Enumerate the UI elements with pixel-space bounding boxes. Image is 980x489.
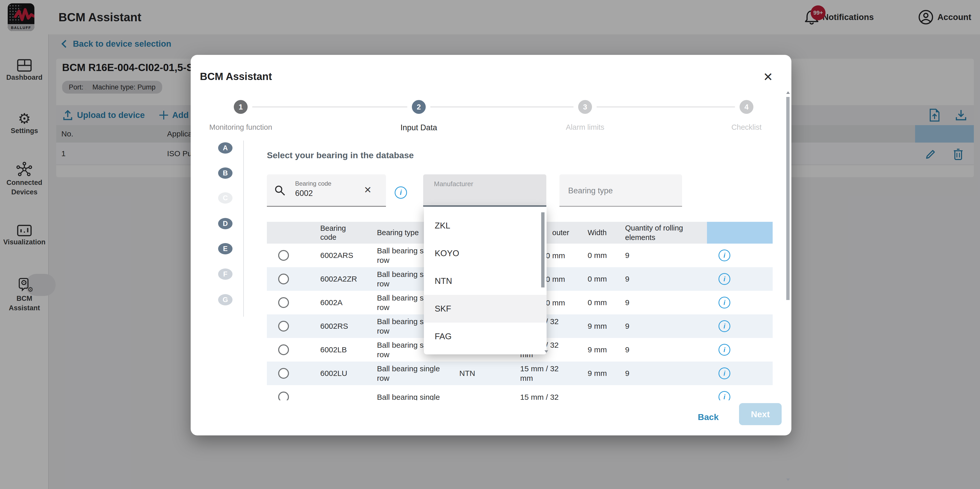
step-connector (597, 106, 735, 108)
letter-b-indicator[interactable]: B (218, 167, 232, 179)
cell-width: 0 mm (582, 291, 621, 314)
row-info-icon[interactable]: i (719, 344, 730, 356)
row-radio[interactable] (278, 368, 289, 379)
step-4-circle: 4 (740, 100, 753, 114)
dropdown-option-zkl[interactable]: ZKL (424, 212, 547, 240)
info-column-header-highlight (707, 222, 773, 244)
dropdown-option-koyo[interactable]: KOYO (424, 240, 547, 267)
cell-manufacturer: NTN (449, 362, 511, 385)
cell-bearing-type: Ball bearing single row (367, 362, 449, 385)
cell-bearing-code: 6002ARS (300, 244, 367, 267)
search-icon (274, 185, 286, 197)
step-2-circle[interactable]: 2 (412, 100, 426, 114)
modal-scrollbar[interactable] (786, 91, 791, 414)
table-row[interactable]: Ball bearing single 15 mm / 32 i (267, 385, 773, 400)
next-button[interactable]: Next (739, 403, 782, 425)
rail-divider (243, 141, 244, 317)
cell-bearing-code: 6002LB (300, 338, 367, 362)
row-info-icon[interactable]: i (719, 391, 730, 400)
cell-width: 0 mm (582, 267, 621, 291)
cell-quantity: 9 (621, 267, 707, 291)
row-radio[interactable] (278, 321, 289, 332)
cell-width: 9 mm (582, 314, 621, 338)
dropdown-scrollbar[interactable] (541, 208, 545, 353)
cell-quantity (621, 385, 707, 400)
cell-quantity: 9 (621, 244, 707, 267)
row-radio[interactable] (278, 250, 289, 261)
bearing-search-heading: Select your bearing in the database (267, 150, 414, 160)
close-icon[interactable]: ✕ (761, 70, 775, 84)
cell-width (582, 385, 621, 400)
letter-e-indicator[interactable]: E (218, 243, 232, 254)
bearing-code-value: 6002 (295, 189, 313, 198)
step-4-label: Checklist (693, 123, 800, 132)
step-2-label: Input Data (365, 123, 473, 132)
cell-bearing-type: Ball bearing single (367, 385, 449, 400)
row-radio[interactable] (278, 345, 289, 355)
cell-manufacturer (449, 385, 511, 400)
dialog-title: BCM Assistant (200, 71, 272, 82)
scroll-up-icon[interactable] (786, 91, 790, 94)
step-3-label: Alarm limits (531, 123, 639, 132)
row-radio[interactable] (278, 274, 289, 284)
cell-quantity: 9 (621, 314, 707, 338)
bcm-assistant-dialog: BCM Assistant ✕ 1 2 3 4 Monitoring funct… (191, 55, 791, 435)
table-row[interactable]: 6002LU Ball bearing single row NTN 15 mm… (267, 362, 773, 385)
modal-scrollbar-thumb[interactable] (786, 97, 790, 300)
cell-diameter: 15 mm / 32 (511, 385, 582, 400)
scroll-down-icon[interactable] (786, 478, 790, 481)
step-1-label: Monitoring function (187, 123, 294, 132)
code-column-header: Bearing code (300, 222, 367, 244)
cell-width: 9 mm (582, 362, 621, 385)
cell-width: 0 mm (582, 244, 621, 267)
cell-quantity: 9 (621, 338, 707, 362)
cell-bearing-code (300, 385, 367, 400)
radio-column-header (267, 222, 300, 244)
cell-quantity: 9 (621, 362, 707, 385)
dropdown-scrollbar-thumb[interactable] (541, 212, 544, 287)
dropdown-option-ntn[interactable]: NTN (424, 267, 547, 295)
row-info-icon[interactable]: i (719, 320, 730, 332)
step-3-circle: 3 (578, 100, 592, 114)
quantity-column-header: Quantity of rolling elements (621, 222, 707, 244)
back-button[interactable]: Back (693, 409, 724, 425)
letter-d-indicator[interactable]: D (218, 218, 232, 229)
bearing-code-field[interactable]: Bearing code 6002 ✕ (267, 175, 386, 207)
step-connector (430, 106, 574, 108)
clear-search-icon[interactable]: ✕ (364, 185, 372, 195)
bearing-type-field[interactable]: Bearing type (559, 175, 682, 207)
letter-a-indicator[interactable]: A (218, 142, 232, 154)
width-column-header: Width (582, 222, 621, 244)
cell-bearing-code: 6002A (300, 291, 367, 314)
step-connector (252, 106, 407, 108)
manufacturer-dropdown: ZKL KOYO NTN SKF FAG (424, 207, 547, 354)
step-1-circle[interactable]: 1 (234, 100, 248, 114)
cell-width: 9 mm (582, 338, 621, 362)
row-info-icon[interactable]: i (719, 273, 730, 285)
row-info-icon[interactable]: i (719, 297, 730, 308)
dropdown-option-skf[interactable]: SKF (424, 295, 547, 322)
cell-diameter: 15 mm / 32 mm (511, 362, 582, 385)
bearing-code-label: Bearing code (295, 180, 331, 187)
letter-f-indicator: F (218, 268, 232, 280)
manufacturer-field[interactable]: Manufacturer (423, 175, 546, 207)
cell-bearing-code: 6002A2ZR (300, 267, 367, 291)
cell-bearing-code: 6002RS (300, 314, 367, 338)
row-info-icon[interactable]: i (719, 249, 730, 261)
bearing-type-placeholder: Bearing type (568, 186, 613, 195)
scroll-down-icon[interactable] (544, 350, 548, 353)
manufacturer-placeholder: Manufacturer (434, 180, 473, 188)
cell-bearing-code: 6002LU (300, 362, 367, 385)
letter-g-indicator: G (218, 294, 232, 305)
row-radio[interactable] (278, 297, 289, 308)
letter-c-indicator: C (218, 192, 232, 203)
search-info-icon[interactable]: i (395, 186, 407, 199)
row-radio[interactable] (278, 392, 289, 400)
cell-quantity: 9 (621, 291, 707, 314)
dropdown-option-fag[interactable]: FAG (424, 322, 547, 350)
row-info-icon[interactable]: i (719, 367, 730, 379)
